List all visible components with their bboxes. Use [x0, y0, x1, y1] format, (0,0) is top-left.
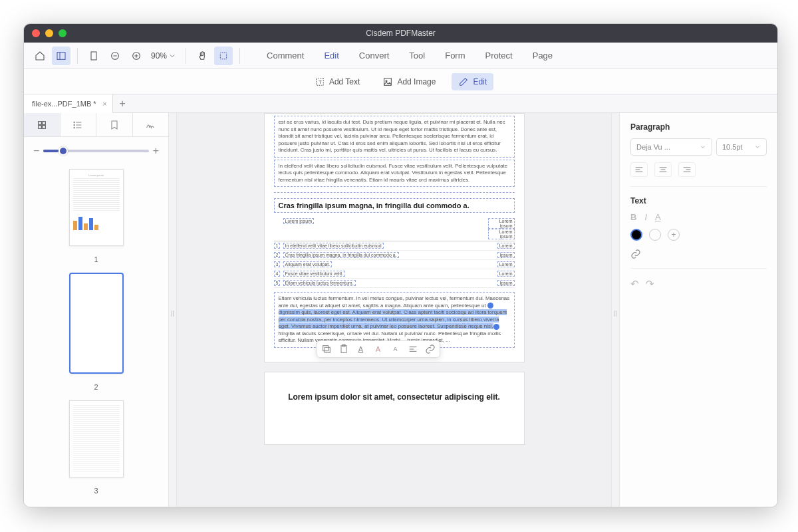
zoom-dropdown[interactable]: 90% — [148, 51, 179, 61]
font-size-dropdown[interactable]: 10.5pt — [716, 138, 767, 156]
text-block[interactable]: In eleifend velit vitae libero sollicitu… — [274, 160, 515, 188]
bold-button[interactable]: B — [630, 212, 636, 222]
svg-rect-13 — [38, 121, 41, 124]
properties-panel: Paragraph Deja Vu ... 10.5pt Text B I A … — [619, 113, 777, 507]
svg-rect-0 — [57, 52, 65, 59]
edit-subtoolbar: TAdd Text Add Image Edit — [24, 69, 777, 94]
font-family-dropdown[interactable]: Deja Vu ... — [630, 138, 712, 156]
svg-point-21 — [74, 124, 74, 125]
new-tab-button[interactable]: + — [113, 98, 132, 110]
maximize-window-icon[interactable] — [59, 29, 66, 37]
color-swatch-black[interactable] — [630, 229, 642, 241]
align-center-button[interactable] — [654, 162, 672, 177]
redo-button[interactable]: ↷ — [646, 278, 654, 290]
undo-button[interactable]: ↶ — [630, 278, 639, 290]
highlight-icon[interactable]: A — [373, 344, 384, 354]
text-block-selected[interactable]: Etiam vehicula luctus fermentum. In vel … — [274, 292, 515, 348]
splitter-left[interactable]: || — [169, 113, 177, 507]
sidebar-panel: − + Lorem ipsum 1 2 3 — [24, 113, 169, 507]
page-number: 2 — [94, 383, 98, 391]
copy-icon[interactable] — [321, 344, 332, 354]
tab-form[interactable]: Form — [445, 51, 465, 61]
hand-tool-button[interactable] — [193, 47, 211, 65]
zoom-in-button[interactable] — [127, 47, 146, 65]
font-icon[interactable]: A — [390, 344, 401, 354]
svg-text:T: T — [319, 79, 322, 85]
file-tabs: file-ex...PDF_1MB *× + — [24, 94, 777, 113]
page-thumbnail[interactable] — [69, 400, 124, 477]
align-right-button[interactable] — [678, 162, 696, 177]
titlebar: Cisdem PDFMaster — [24, 24, 777, 43]
close-icon[interactable]: × — [102, 100, 106, 108]
tab-tool[interactable]: Tool — [409, 51, 425, 61]
svg-rect-23 — [325, 347, 330, 352]
thumb-smaller-icon[interactable]: − — [33, 145, 39, 157]
add-text-button[interactable]: TAdd Text — [308, 73, 366, 90]
svg-rect-11 — [384, 78, 392, 85]
thumbnails-tab[interactable] — [24, 113, 61, 136]
main-toolbar: 90% Comment Edit Convert Tool Form Prote… — [24, 43, 777, 69]
paragraph-section-label: Paragraph — [630, 122, 767, 132]
svg-rect-14 — [42, 121, 45, 124]
thumb-larger-icon[interactable]: + — [153, 145, 159, 157]
link-icon[interactable] — [425, 344, 436, 354]
splitter-right[interactable]: || — [611, 113, 619, 507]
minimize-window-icon[interactable] — [45, 29, 53, 37]
align-left-button[interactable] — [630, 162, 648, 177]
color-swatch-empty[interactable] — [649, 229, 661, 241]
thumbnail-list: Lorem ipsum 1 2 3 — [24, 165, 168, 507]
table-block[interactable]: Lorem ipsumLorem ipsum Lorem ipsum 1In e… — [274, 217, 515, 288]
align-icon[interactable] — [408, 344, 418, 354]
svg-point-20 — [74, 122, 74, 122]
insert-link-button[interactable] — [630, 249, 767, 261]
zoom-out-button[interactable] — [106, 47, 124, 65]
heading-block[interactable]: Cras fringilla ipsum magna, in fringilla… — [274, 198, 515, 213]
underline-button[interactable]: A — [655, 212, 661, 222]
svg-rect-16 — [42, 125, 45, 128]
svg-point-12 — [386, 80, 387, 81]
svg-rect-15 — [38, 125, 41, 128]
close-window-icon[interactable] — [32, 29, 40, 37]
pdf-page: Lorem ipsum dolor sit amet, consectetur … — [264, 372, 525, 445]
sidebar-toggle-button[interactable] — [52, 47, 70, 65]
add-color-button[interactable]: + — [668, 229, 680, 241]
document-view[interactable]: est ac eros varius, id iaculis dui test.… — [177, 113, 611, 507]
paste-icon[interactable] — [338, 344, 349, 354]
page-number: 1 — [94, 255, 98, 263]
tab-convert[interactable]: Convert — [359, 51, 390, 61]
add-image-button[interactable]: Add Image — [376, 73, 442, 90]
tab-protect[interactable]: Protect — [485, 51, 513, 61]
home-button[interactable] — [31, 47, 49, 65]
svg-rect-2 — [91, 52, 96, 60]
tab-comment[interactable]: Comment — [267, 51, 304, 61]
bookmarks-tab[interactable] — [96, 113, 133, 136]
signature-tab[interactable] — [133, 113, 169, 136]
tab-edit[interactable]: Edit — [324, 51, 338, 61]
page-thumbnail[interactable] — [69, 273, 124, 374]
page-thumbnail[interactable]: Lorem ipsum — [69, 169, 124, 246]
italic-button[interactable]: I — [644, 212, 647, 222]
svg-rect-8 — [220, 53, 226, 59]
app-title: Cisdem PDFMaster — [366, 29, 436, 38]
edit-mode-button[interactable]: Edit — [452, 73, 493, 90]
page-heading[interactable]: Lorem ipsum dolor sit amet, consectetur … — [274, 390, 515, 404]
svg-point-22 — [74, 127, 74, 128]
tab-page[interactable]: Page — [533, 51, 553, 61]
page-number: 3 — [94, 487, 98, 495]
text-block[interactable]: est ac eros varius, id iaculis dui test.… — [274, 116, 515, 158]
text-color-icon[interactable]: A — [356, 344, 366, 354]
select-tool-button[interactable] — [214, 47, 233, 65]
file-tab[interactable]: file-ex...PDF_1MB *× — [24, 94, 113, 113]
outline-tab[interactable] — [61, 113, 97, 136]
svg-rect-24 — [323, 345, 328, 350]
thumb-size-slider[interactable] — [43, 150, 148, 152]
text-selection-toolbar: A A A — [317, 340, 440, 358]
fit-page-button[interactable] — [84, 47, 103, 65]
text-section-label: Text — [630, 196, 767, 205]
pdf-page: est ac eros varius, id iaculis dui test.… — [264, 113, 525, 362]
